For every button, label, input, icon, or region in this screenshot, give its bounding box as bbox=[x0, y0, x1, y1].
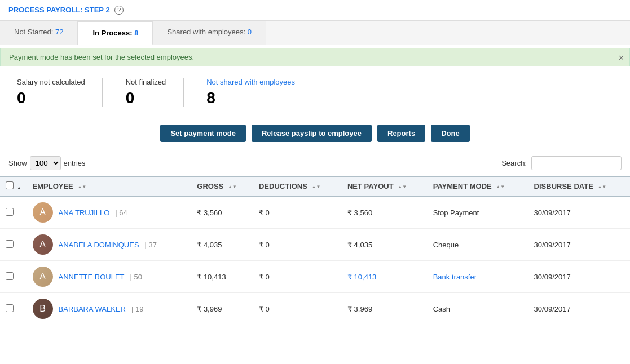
select-all-checkbox[interactable] bbox=[6, 181, 14, 189]
show-entries: Show 100 10 25 50 entries bbox=[8, 156, 86, 170]
sort-gross[interactable]: ▲▼ bbox=[228, 185, 237, 189]
disburse-date-cell: 30/09/2017 bbox=[528, 293, 630, 325]
avatar: A bbox=[33, 267, 53, 287]
entries-select[interactable]: 100 10 25 50 bbox=[30, 156, 61, 170]
show-label: Show bbox=[8, 159, 27, 167]
employee-cell: A ANA TRUJILLO| 64 bbox=[27, 196, 192, 229]
payment-mode-cell: Bank transfer bbox=[428, 261, 528, 293]
tabs-bar: Not Started: 72 In Process: 8 Shared wit… bbox=[0, 21, 630, 45]
stat-value-salary: 0 bbox=[17, 89, 85, 107]
gross-cell: ₹ 3,560 bbox=[191, 196, 253, 229]
search-box: Search: bbox=[501, 156, 622, 170]
stat-not-shared: Not shared with employees 8 bbox=[201, 78, 312, 107]
row-checkbox-0[interactable] bbox=[6, 208, 14, 216]
payment-mode-cell: Stop Payment bbox=[428, 196, 528, 229]
col-payment-mode: PAYMENT MODE ▲▼ bbox=[428, 176, 528, 196]
employee-cell: A ANABELA DOMINQUES| 37 bbox=[27, 229, 192, 261]
col-deductions: DEDUCTIONS ▲▼ bbox=[253, 176, 342, 196]
employee-cell: A ANNETTE ROULET| 50 bbox=[27, 261, 192, 293]
release-payslip-button[interactable]: Release payslip to employee bbox=[252, 125, 372, 142]
gross-cell: ₹ 10,413 bbox=[191, 261, 253, 293]
avatar: B bbox=[33, 299, 53, 319]
alert-close-button[interactable]: × bbox=[619, 53, 624, 63]
net-payout-cell: ₹ 3,969 bbox=[342, 293, 428, 325]
employee-cell: B BARBARA WALKER| 19 bbox=[27, 293, 192, 325]
sort-disburse-date[interactable]: ▲▼ bbox=[597, 185, 606, 189]
reports-button[interactable]: Reports bbox=[377, 125, 425, 142]
tab-shared-with-employees[interactable]: Shared with employees: 0 bbox=[153, 21, 266, 45]
sort-deductions[interactable]: ▲▼ bbox=[312, 185, 321, 189]
avatar: A bbox=[33, 234, 53, 255]
alert-bar: Payment mode has been set for the select… bbox=[0, 48, 630, 66]
page-header: PROCESS PAYROLL: STEP 2 ? bbox=[0, 0, 630, 21]
help-icon[interactable]: ? bbox=[114, 6, 124, 15]
payment-mode-cell: Cheque bbox=[428, 229, 528, 261]
action-buttons: Set payment mode Release payslip to empl… bbox=[0, 116, 630, 150]
stat-label-shared: Not shared with employees bbox=[206, 78, 295, 86]
set-payment-mode-button[interactable]: Set payment mode bbox=[160, 125, 246, 142]
stats-row: Salary not calculated 0 Not finalized 0 … bbox=[0, 69, 630, 116]
deductions-cell: ₹ 0 bbox=[253, 293, 342, 325]
row-checkbox-3[interactable] bbox=[6, 304, 14, 312]
deductions-cell: ₹ 0 bbox=[253, 196, 342, 229]
search-label: Search: bbox=[501, 159, 527, 167]
avatar: A bbox=[33, 202, 53, 223]
gross-cell: ₹ 4,035 bbox=[191, 229, 253, 261]
sort-payment-mode[interactable]: ▲▼ bbox=[496, 185, 505, 189]
net-payout-cell: ₹ 3,560 bbox=[342, 196, 428, 229]
stat-value-finalized: 0 bbox=[126, 89, 166, 107]
employee-name[interactable]: BARBARA WALKER bbox=[59, 305, 126, 313]
sort-employee[interactable]: ▲▼ bbox=[77, 185, 86, 189]
disburse-date-cell: 30/09/2017 bbox=[528, 261, 630, 293]
net-payout-cell: ₹ 4,035 bbox=[342, 229, 428, 261]
disburse-date-cell: 30/09/2017 bbox=[528, 196, 630, 229]
select-all-header[interactable]: ▲ bbox=[0, 176, 27, 196]
row-checkbox-2[interactable] bbox=[6, 272, 14, 280]
employee-table: ▲ EMPLOYEE ▲▼ GROSS ▲▼ DEDUCTIONS ▲▼ NET… bbox=[0, 176, 630, 325]
entries-label: entries bbox=[64, 159, 86, 167]
table-row: A ANNETTE ROULET| 50 ₹ 10,413₹ 0₹ 10,413… bbox=[0, 261, 630, 293]
stat-not-finalized: Not finalized 0 bbox=[120, 78, 184, 107]
employee-name[interactable]: ANABELA DOMINQUES bbox=[59, 241, 139, 249]
employee-id: | 19 bbox=[131, 305, 143, 313]
stat-label-finalized: Not finalized bbox=[126, 78, 166, 86]
payment-mode-cell: Cash bbox=[428, 293, 528, 325]
employee-id: | 50 bbox=[130, 273, 142, 281]
col-disburse-date: DISBURSE DATE ▲▼ bbox=[528, 176, 630, 196]
search-input[interactable] bbox=[531, 156, 622, 170]
done-button[interactable]: Done bbox=[431, 125, 470, 142]
col-employee: EMPLOYEE ▲▼ bbox=[27, 176, 192, 196]
table-controls: Show 100 10 25 50 entries Search: bbox=[0, 150, 630, 176]
stat-salary-not-calculated: Salary not calculated 0 bbox=[11, 78, 103, 107]
employee-id: | 37 bbox=[145, 241, 157, 249]
tab-not-started[interactable]: Not Started: 72 bbox=[0, 21, 78, 45]
col-gross: GROSS ▲▼ bbox=[191, 176, 253, 196]
table-row: A ANABELA DOMINQUES| 37 ₹ 4,035₹ 0₹ 4,03… bbox=[0, 229, 630, 261]
sort-net-payout[interactable]: ▲▼ bbox=[398, 185, 407, 189]
disburse-date-cell: 30/09/2017 bbox=[528, 229, 630, 261]
employee-id: | 64 bbox=[115, 208, 127, 217]
alert-message: Payment mode has been set for the select… bbox=[9, 53, 194, 61]
table-row: B BARBARA WALKER| 19 ₹ 3,969₹ 0₹ 3,969Ca… bbox=[0, 293, 630, 325]
page-title[interactable]: PROCESS PAYROLL: STEP 2 bbox=[8, 6, 110, 14]
deductions-cell: ₹ 0 bbox=[253, 229, 342, 261]
col-net-payout: NET PAYOUT ▲▼ bbox=[342, 176, 428, 196]
net-payout-cell: ₹ 10,413 bbox=[342, 261, 428, 293]
deductions-cell: ₹ 0 bbox=[253, 261, 342, 293]
table-header-row: ▲ EMPLOYEE ▲▼ GROSS ▲▼ DEDUCTIONS ▲▼ NET… bbox=[0, 176, 630, 196]
stat-value-shared: 8 bbox=[206, 89, 295, 107]
stat-label-salary: Salary not calculated bbox=[17, 78, 85, 86]
tab-in-process[interactable]: In Process: 8 bbox=[78, 21, 153, 45]
table-row: A ANA TRUJILLO| 64 ₹ 3,560₹ 0₹ 3,560Stop… bbox=[0, 196, 630, 229]
employee-name[interactable]: ANNETTE ROULET bbox=[59, 273, 125, 281]
employee-name[interactable]: ANA TRUJILLO bbox=[59, 208, 110, 217]
gross-cell: ₹ 3,969 bbox=[191, 293, 253, 325]
row-checkbox-1[interactable] bbox=[6, 240, 14, 248]
